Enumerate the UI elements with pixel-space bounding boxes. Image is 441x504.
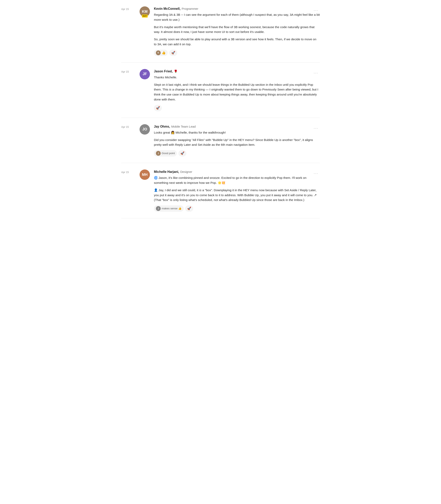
avatar: KMOUT: [140, 6, 150, 17]
reactions: Jmakes sense 👍🚀: [154, 205, 320, 212]
message-list: Apr 15KMOUTKevin McConnell,ProgrammerReg…: [115, 0, 326, 218]
author-role: 🌹: [174, 69, 178, 74]
message-header: Michelle Harjani,Designer: [154, 170, 320, 174]
message-date: Apr 15: [121, 69, 136, 74]
message-header: Kevin McConnell,Programmer: [154, 6, 320, 11]
author-role: Mobile Team Lead: [171, 125, 196, 129]
reaction[interactable]: JGood point: [154, 150, 177, 157]
message-date: Apr 15: [121, 124, 136, 129]
message-body: Jason Fried,🌹Thanks Michelle.Slept on it…: [154, 69, 320, 111]
message-header: Jason Fried,🌹: [154, 69, 320, 74]
message-body: Jay Ohms,Mobile Team LeadLooks great 👩 M…: [154, 124, 320, 157]
reaction[interactable]: Jmakes sense 👍: [154, 205, 184, 212]
author-role: Programmer: [182, 7, 198, 11]
reaction[interactable]: 🚀: [169, 50, 177, 56]
message-body: Kevin McConnell,ProgrammerRegarding 3A &…: [154, 6, 320, 56]
reaction-label: makes sense 👍: [162, 206, 182, 210]
message-item: Apr 15KMOUTKevin McConnell,ProgrammerReg…: [121, 0, 320, 63]
message-text: Thanks Michelle.Slept on it last night, …: [154, 75, 320, 102]
avatar: JO: [140, 124, 150, 135]
message-date: Apr 15: [121, 6, 136, 11]
reactions: JGood point🚀: [154, 150, 320, 157]
author-name: Michelle Harjani,: [154, 170, 179, 174]
message-more-button[interactable]: ···: [312, 170, 320, 177]
author-name: Kevin McConnell,: [154, 6, 180, 11]
author-role: Designer: [180, 170, 192, 174]
message-text: 🌀 Jason, it's like combining pinned and …: [154, 175, 320, 203]
message-item: Apr 15JFJason Fried,🌹Thanks Michelle.Sle…: [121, 63, 320, 118]
avatar: MH: [140, 170, 150, 180]
reaction[interactable]: K👍: [154, 50, 168, 56]
reaction-label: Good point: [162, 151, 175, 155]
reaction[interactable]: 🚀: [154, 105, 162, 111]
author-name: Jay Ohms,: [154, 124, 170, 129]
message-body: Michelle Harjani,Designer🌀 Jason, it's l…: [154, 170, 320, 212]
avatar: JF: [140, 69, 150, 79]
reactions: 🚀: [154, 105, 320, 111]
message-more-button[interactable]: ···: [312, 6, 320, 14]
message-more-button[interactable]: ···: [312, 69, 320, 77]
out-badge: OUT: [142, 15, 148, 18]
message-header: Jay Ohms,Mobile Team Lead: [154, 124, 320, 129]
message-more-button[interactable]: ···: [312, 124, 320, 132]
message-date: Apr 15: [121, 170, 136, 174]
message-item: Apr 15JOJay Ohms,Mobile Team LeadLooks g…: [121, 118, 320, 163]
reactions: K👍🚀: [154, 50, 320, 56]
message-text: Regarding 3A & 3B -- I can see the argum…: [154, 12, 320, 47]
author-name: Jason Fried,: [154, 69, 173, 74]
reaction[interactable]: 🚀: [178, 150, 186, 157]
message-item: Apr 15MHMichelle Harjani,Designer🌀 Jason…: [121, 163, 320, 218]
reaction[interactable]: 🚀: [185, 205, 193, 212]
message-text: Looks great 👩 Michelle, thanks for the w…: [154, 130, 320, 147]
